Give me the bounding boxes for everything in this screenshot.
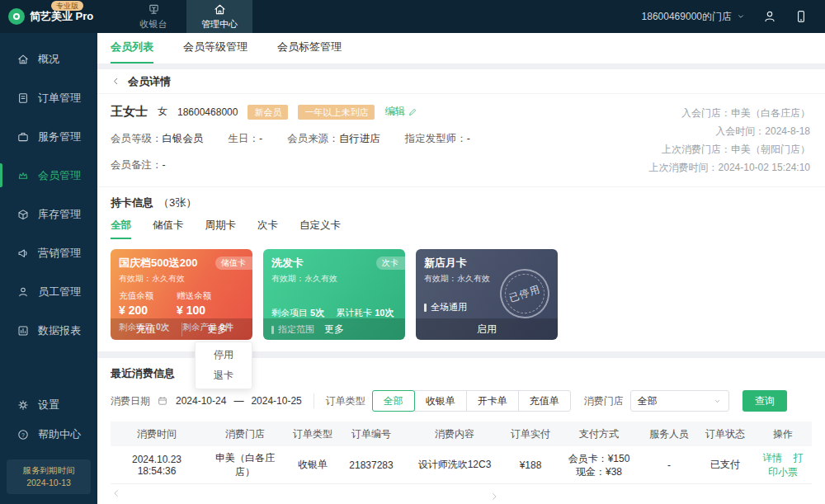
scroll-left-button[interactable]: [111, 487, 122, 499]
mobile-icon: [794, 9, 808, 24]
sidebar-item-label: 库存管理: [38, 207, 81, 222]
card-stats: 剩余项目 5次 累计耗卡 10次: [271, 307, 397, 319]
nav-management-center[interactable]: 管理中心: [186, 0, 252, 33]
sidebar-item-members[interactable]: 会员管理: [0, 156, 97, 195]
chevron-down-icon: [713, 397, 722, 406]
box-icon: [16, 208, 30, 221]
store-filter-label: 消费门店: [584, 394, 624, 408]
store-info-line: 入会门店：申美（白各庄店）: [649, 104, 810, 122]
cell-actions: 详情 打印小票: [754, 451, 812, 479]
cards-section-title: 持卡信息: [111, 195, 153, 210]
order-type-label: 订单类型: [326, 394, 365, 408]
member-info-section: 王女士 女 18600468000 新会员 一年以上未到店 编辑 会员等级：白银…: [97, 94, 825, 187]
page-title: 会员详情: [128, 74, 171, 89]
store-info-line: 上次消费门店：申美（朝阳门店）: [649, 140, 810, 158]
cards-section: 持卡信息 （3张） 全部 储值卡 周期卡 次卡 自定义卡: [97, 187, 825, 351]
more-button[interactable]: 更多: [263, 323, 405, 337]
member-field: 生日：-: [229, 132, 263, 146]
enable-button[interactable]: 启用: [416, 323, 558, 337]
card-scope: 全场通用: [424, 301, 467, 313]
col-header: 订单状态: [696, 427, 754, 441]
card-validity: 有效期：永久有效: [271, 273, 397, 285]
table-row: 2024.10.23 18:54:36 申美（白各庄店） 收银单 2183728…: [111, 446, 812, 484]
card-gift-balance: 赠送余额 ¥ 100: [177, 290, 211, 317]
consumption-filters: 消费日期 2024-10-24 — 2024-10-25 订单类型 全部 收银单…: [111, 390, 812, 412]
card-name: 国庆档500送200: [119, 256, 197, 271]
more-button[interactable]: 更多: [182, 323, 253, 337]
card-type-badge: 储值卡: [215, 257, 252, 270]
col-header: 操作: [754, 427, 812, 441]
breadcrumb: 会员详情: [97, 69, 825, 94]
menu-item-disable[interactable]: 停用: [196, 345, 252, 365]
sidebar-item-label: 服务管理: [38, 130, 81, 144]
menu-item-refund-card[interactable]: 退卡: [196, 365, 252, 386]
date-to[interactable]: 2024-10-25: [251, 395, 301, 407]
col-header: 订单实付: [505, 427, 556, 441]
member-info-left: 王女士 女 18600468000 新会员 一年以上未到店 编辑 会员等级：白银…: [111, 104, 470, 177]
card-tab-count[interactable]: 次卡: [257, 219, 278, 239]
order-icon: [16, 92, 30, 105]
order-type-cashier[interactable]: 收银单: [414, 390, 467, 412]
store-info-line: 上次消费时间：2024-10-02 15:24:10: [649, 158, 810, 177]
card-tab-period[interactable]: 周期卡: [205, 219, 237, 239]
store-selector[interactable]: 18600469000的门店: [642, 10, 746, 24]
card-tab-custom[interactable]: 自定义卡: [299, 219, 341, 239]
sidebar-item-label: 概况: [38, 52, 59, 67]
store-filter-value: 全部: [638, 394, 658, 408]
date-from[interactable]: 2024-10-24: [176, 395, 226, 407]
chevron-left-icon: [111, 488, 122, 499]
card-type-badge: 次卡: [376, 257, 405, 270]
order-type-recharge[interactable]: 充值单: [518, 390, 571, 412]
tab-member-levels[interactable]: 会员等级管理: [183, 40, 248, 64]
cell-order-no: 21837283: [338, 459, 404, 471]
pencil-icon: [408, 107, 417, 117]
member-tag: 一年以上未到店: [298, 105, 375, 120]
home-icon: [16, 53, 30, 66]
card-tab-stored-value[interactable]: 储值卡: [153, 219, 184, 239]
management-center-icon: [213, 2, 227, 16]
service-expiry-date: 2024-10-13: [8, 477, 89, 489]
main-content: 会员列表 会员等级管理 会员标签管理 会员详情 王女士 女 1860046800…: [97, 33, 825, 504]
member-tag: 新会员: [248, 105, 288, 120]
sidebar-item-help[interactable]: 帮助中心: [0, 420, 97, 450]
sidebar-item-reports[interactable]: 数据报表: [0, 311, 97, 350]
date-separator: —: [233, 395, 243, 407]
query-button[interactable]: 查询: [742, 390, 787, 412]
order-type-all[interactable]: 全部: [372, 390, 415, 412]
detail-link[interactable]: 详情: [762, 452, 782, 464]
card-balance: 充值余额 ¥ 200: [119, 290, 153, 317]
sidebar-item-label: 帮助中心: [38, 427, 81, 442]
account-button[interactable]: [762, 9, 777, 24]
sidebar-item-inventory[interactable]: 库存管理: [0, 195, 97, 233]
order-type-open-card[interactable]: 开卡单: [466, 390, 519, 412]
sidebar-item-orders[interactable]: 订单管理: [0, 78, 97, 117]
member-field: 会员来源：自行进店: [287, 132, 380, 146]
cell-status: 已支付: [696, 458, 754, 472]
help-icon: [16, 428, 30, 441]
app-logo-area: 简艺美业 Pro 专业版: [0, 0, 101, 33]
tab-member-labels[interactable]: 会员标签管理: [277, 40, 342, 64]
col-header: 消费时间: [111, 427, 203, 441]
card-tab-all[interactable]: 全部: [111, 219, 131, 239]
chevron-down-icon: [736, 12, 746, 21]
back-button[interactable]: [111, 76, 121, 87]
member-field: 会员备注：-: [111, 159, 166, 171]
cards-count: （3张）: [158, 195, 196, 210]
mobile-app-button[interactable]: [794, 9, 808, 24]
recharge-button[interactable]: 充值: [111, 323, 182, 337]
sidebar-item-settings[interactable]: 设置: [0, 390, 97, 420]
sidebar-item-overview[interactable]: 概况: [0, 40, 97, 78]
sidebar: 概况 订单管理 服务管理 会员管理 库存管理 营销管理: [0, 33, 97, 504]
nav-cashier[interactable]: 收银台: [120, 0, 186, 33]
edition-badge: 专业版: [51, 1, 83, 11]
store-filter-select[interactable]: 全部: [630, 390, 729, 412]
edit-member-button[interactable]: 编辑: [384, 105, 417, 119]
col-header: 订单编号: [338, 427, 404, 441]
date-filter-label: 消费日期: [111, 394, 150, 408]
sidebar-item-marketing[interactable]: 营销管理: [0, 233, 97, 272]
date-range-picker[interactable]: 2024-10-24 — 2024-10-25: [157, 395, 302, 407]
sidebar-item-services[interactable]: 服务管理: [0, 117, 97, 156]
scroll-right-button[interactable]: [488, 490, 500, 502]
tab-member-list[interactable]: 会员列表: [111, 40, 153, 64]
sidebar-item-staff[interactable]: 员工管理: [0, 272, 97, 311]
